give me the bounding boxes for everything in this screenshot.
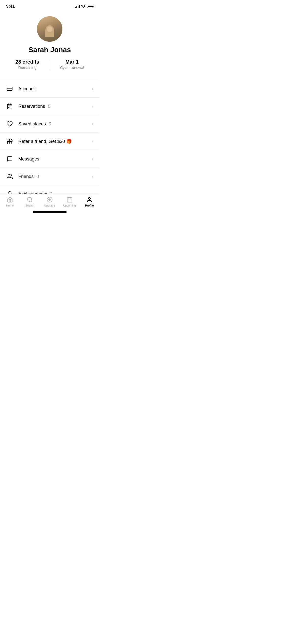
svg-rect-0 xyxy=(7,87,12,91)
friends-chevron: › xyxy=(92,174,93,179)
achievements-label: Achievements 2 xyxy=(18,192,90,194)
refer-chevron: › xyxy=(92,139,93,144)
stats-row: 28 credits Remaining Mar 1 Cycle renewal xyxy=(0,59,99,70)
renewal-date: Mar 1 xyxy=(55,59,89,65)
svg-point-10 xyxy=(8,192,11,194)
svg-line-13 xyxy=(31,201,32,202)
status-icons xyxy=(75,5,93,8)
saved-places-label: Saved places 0 xyxy=(18,121,90,127)
messages-label: Messages xyxy=(18,156,90,162)
account-chevron: › xyxy=(92,86,93,91)
nav-item-upcoming[interactable]: Upcoming xyxy=(60,196,79,207)
battery-icon xyxy=(87,5,93,8)
reservations-count: 0 xyxy=(48,104,50,109)
user-name: Sarah Jonas xyxy=(29,46,71,54)
reservations-label: Reservations 0 xyxy=(18,104,90,109)
renewal-label: Cycle renewal xyxy=(55,65,89,70)
profile-header: Sarah Jonas 28 credits Remaining Mar 1 C… xyxy=(0,11,99,80)
menu-item-saved-places[interactable]: Saved places 0 › xyxy=(0,115,99,133)
menu-item-friends[interactable]: Friends 0 › xyxy=(0,168,99,185)
heart-icon xyxy=(6,120,13,127)
scroll-content: Sarah Jonas 28 credits Remaining Mar 1 C… xyxy=(0,11,99,194)
svg-point-21 xyxy=(88,197,90,199)
menu-item-reservations[interactable]: Reservations 0 › xyxy=(0,98,99,115)
menu-item-achievements[interactable]: Achievements 2 › xyxy=(0,185,99,194)
menu-item-refer[interactable]: Refer a friend, Get $30 🎁 › xyxy=(0,133,99,150)
achievements-chevron: › xyxy=(92,192,93,194)
credits-value: 28 credits xyxy=(10,59,45,65)
menu-list: Account › Reservations 0 › xyxy=(0,80,99,194)
home-indicator xyxy=(33,211,67,213)
menu-item-messages[interactable]: Messages › xyxy=(0,150,99,168)
svg-point-9 xyxy=(8,174,10,176)
signal-icon xyxy=(75,5,80,8)
profile-label: Profile xyxy=(85,204,94,207)
svg-rect-6 xyxy=(8,107,9,108)
svg-rect-17 xyxy=(67,198,72,202)
upcoming-label: Upcoming xyxy=(63,204,76,207)
nav-item-upgrade[interactable]: Upgrade xyxy=(40,196,60,207)
upgrade-icon xyxy=(46,196,53,203)
account-label: Account xyxy=(18,86,90,92)
saved-places-chevron: › xyxy=(92,122,93,126)
nav-item-profile[interactable]: Profile xyxy=(79,196,99,207)
saved-places-count: 0 xyxy=(49,121,51,126)
credits-stat: 28 credits Remaining xyxy=(10,59,45,70)
calendar-icon xyxy=(6,103,13,110)
messages-chevron: › xyxy=(92,157,93,161)
friends-count: 0 xyxy=(36,174,39,179)
upgrade-label: Upgrade xyxy=(44,204,55,207)
search-label: Search xyxy=(25,204,34,207)
nav-item-home[interactable]: Home xyxy=(0,196,20,207)
profile-nav-icon xyxy=(86,196,93,203)
avatar[interactable] xyxy=(37,16,62,42)
friends-label: Friends 0 xyxy=(18,174,90,179)
home-icon xyxy=(7,196,13,203)
refer-label: Refer a friend, Get $30 🎁 xyxy=(18,139,90,144)
stats-divider xyxy=(50,59,50,69)
chat-icon xyxy=(6,155,13,163)
home-label: Home xyxy=(6,204,13,207)
people-icon xyxy=(6,173,13,180)
svg-rect-2 xyxy=(7,104,12,109)
gift-icon xyxy=(6,138,13,145)
achievements-count: 2 xyxy=(50,192,52,194)
renewal-stat: Mar 1 Cycle renewal xyxy=(55,59,89,70)
reservations-chevron: › xyxy=(92,104,93,109)
credits-label: Remaining xyxy=(10,65,45,70)
nav-item-search[interactable]: Search xyxy=(20,196,40,207)
wifi-icon xyxy=(81,5,85,8)
card-icon xyxy=(6,85,13,92)
badge-icon xyxy=(6,191,13,194)
search-nav-icon xyxy=(26,196,33,203)
status-time: 9:41 xyxy=(6,4,15,9)
menu-item-account[interactable]: Account › xyxy=(0,80,99,98)
status-bar: 9:41 xyxy=(0,0,99,11)
upcoming-icon xyxy=(66,196,73,203)
